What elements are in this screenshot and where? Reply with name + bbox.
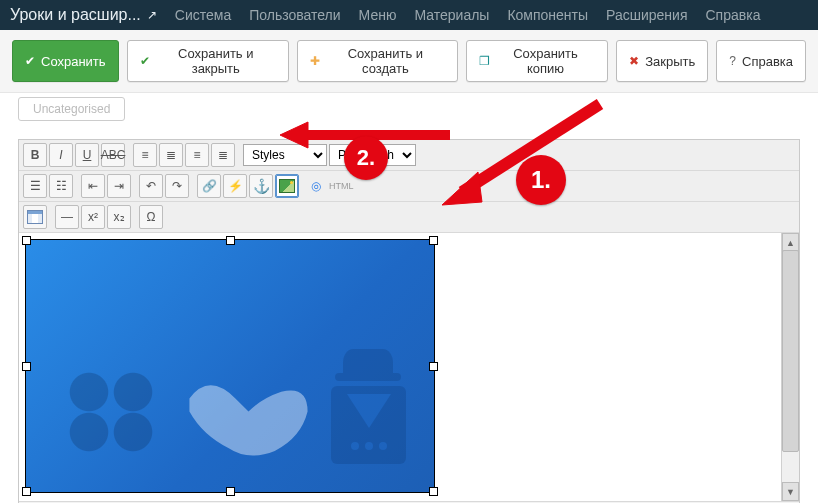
unlink-button[interactable]: ⚡	[223, 174, 247, 198]
bold-button[interactable]: B	[23, 143, 47, 167]
joomla-silhouette-icon	[56, 362, 166, 462]
charmap-button[interactable]: Ω	[139, 205, 163, 229]
plus-icon: ✚	[310, 55, 320, 67]
save-new-label: Сохранить и создать	[326, 46, 445, 76]
undo-button[interactable]: ↶	[139, 174, 163, 198]
check-icon: ✔	[25, 55, 35, 67]
top-navbar: Уроки и расшир... ↗ Система Пользователи…	[0, 0, 818, 30]
align-center-button[interactable]: ≣	[159, 143, 183, 167]
hr-button[interactable]: —	[55, 205, 79, 229]
external-link-icon[interactable]: ↗	[147, 8, 157, 22]
save-close-button[interactable]: ✔ Сохранить и закрыть	[127, 40, 289, 82]
body-area: Uncategorised B I U ABC ≡ ≣ ≡ ≣ Styles P…	[0, 93, 818, 503]
category-pill[interactable]: Uncategorised	[18, 97, 125, 121]
menu-menu[interactable]: Меню	[359, 7, 397, 23]
italic-button[interactable]: I	[49, 143, 73, 167]
butler-silhouette-icon	[321, 349, 416, 464]
align-right-button[interactable]: ≡	[185, 143, 209, 167]
underline-button[interactable]: U	[75, 143, 99, 167]
redo-button[interactable]: ↷	[165, 174, 189, 198]
handshake-silhouette-icon	[181, 359, 316, 464]
menu-components[interactable]: Компоненты	[507, 7, 588, 23]
align-justify-button[interactable]: ≣	[211, 143, 235, 167]
subscript-button[interactable]: x²	[81, 205, 105, 229]
indent-button[interactable]: ⇥	[107, 174, 131, 198]
table-button[interactable]	[23, 205, 47, 229]
action-toolbar: ✔ Сохранить ✔ Сохранить и закрыть ✚ Сохр…	[0, 30, 818, 93]
editor-toolbar-row-1: B I U ABC ≡ ≣ ≡ ≣ Styles Paragraph	[19, 140, 799, 171]
editor-scrollbar[interactable]: ▲ ▼	[781, 233, 799, 501]
styles-select[interactable]: Styles	[243, 144, 327, 166]
number-list-button[interactable]: ☷	[49, 174, 73, 198]
wysiwyg-editor: B I U ABC ≡ ≣ ≡ ≣ Styles Paragraph ☰ ☷ ⇤…	[18, 139, 800, 503]
menu-users[interactable]: Пользователи	[249, 7, 340, 23]
page-title: Уроки и расшир...	[10, 6, 141, 24]
save-label: Сохранить	[41, 54, 106, 69]
question-icon: ?	[729, 55, 736, 67]
menu-help[interactable]: Справка	[706, 7, 761, 23]
save-button[interactable]: ✔ Сохранить	[12, 40, 119, 82]
anchor-button[interactable]: ⚓	[249, 174, 273, 198]
align-left-button[interactable]: ≡	[133, 143, 157, 167]
image-icon	[279, 179, 295, 193]
menu-content[interactable]: Материалы	[414, 7, 489, 23]
help-label: Справка	[742, 54, 793, 69]
outdent-button[interactable]: ⇤	[81, 174, 105, 198]
html-button[interactable]: HTML	[327, 175, 356, 197]
close-icon: ✖	[629, 55, 639, 67]
check-icon: ✔	[140, 55, 150, 67]
menu-extensions[interactable]: Расширения	[606, 7, 687, 23]
scroll-thumb[interactable]	[782, 250, 799, 452]
media-button[interactable]: ◎	[307, 175, 325, 197]
editor-toolbar-row-3: — x² x₂ Ω	[19, 202, 799, 233]
save-copy-label: Сохранить копию	[496, 46, 595, 76]
insert-image-button[interactable]	[275, 174, 299, 198]
copy-icon: ❐	[479, 55, 490, 67]
menu-system[interactable]: Система	[175, 7, 231, 23]
save-new-button[interactable]: ✚ Сохранить и создать	[297, 40, 458, 82]
scroll-down-button[interactable]: ▼	[782, 482, 799, 501]
save-copy-button[interactable]: ❐ Сохранить копию	[466, 40, 608, 82]
format-select[interactable]: Paragraph	[329, 144, 416, 166]
save-close-label: Сохранить и закрыть	[156, 46, 276, 76]
superscript-button[interactable]: x₂	[107, 205, 131, 229]
bullet-list-button[interactable]: ☰	[23, 174, 47, 198]
editor-toolbar-row-2: ☰ ☷ ⇤ ⇥ ↶ ↷ 🔗 ⚡ ⚓ ◎ HTML	[19, 171, 799, 202]
close-button[interactable]: ✖ Закрыть	[616, 40, 708, 82]
link-button[interactable]: 🔗	[197, 174, 221, 198]
table-icon	[27, 210, 43, 224]
close-label: Закрыть	[645, 54, 695, 69]
editor-canvas[interactable]: ▲ ▼	[19, 233, 799, 501]
selected-image[interactable]	[25, 239, 435, 493]
help-button[interactable]: ? Справка	[716, 40, 806, 82]
strike-button[interactable]: ABC	[101, 143, 125, 167]
